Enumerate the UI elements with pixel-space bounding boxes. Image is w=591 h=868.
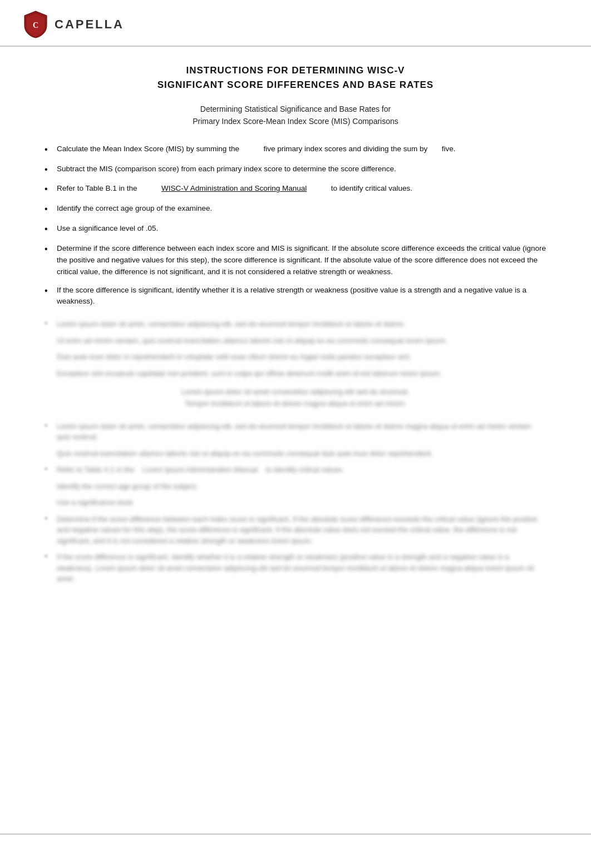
- blurred-list-item: • Refer to Table X.1 in the Lorem Ipsum …: [45, 464, 546, 475]
- blurred-bullet-icon: •: [45, 421, 57, 431]
- logo-text: CAPELLA: [55, 17, 124, 32]
- blurred-text: Duis aute irure dolor in reprehenderit i…: [57, 351, 411, 363]
- blurred-list-item: Excepteur sint occaecat cupidatat non pr…: [45, 368, 546, 379]
- logo-area: C CAPELLA: [22, 10, 124, 39]
- subtitle-line2: Primary Index Score-Mean Index Score (MI…: [45, 115, 546, 127]
- list-item-text: If the score difference is significant, …: [57, 285, 546, 308]
- blurred-text: Excepteur sint occaecat cupidatat non pr…: [57, 368, 442, 379]
- blurred-text: Use a significance level.: [57, 497, 134, 508]
- blurred-list-item: • Lorem ipsum dolor sit amet, consectetu…: [45, 319, 546, 330]
- blurred-section-1: • Lorem ipsum dolor sit amet, consectetu…: [45, 319, 546, 379]
- blurred-list-item: • Determine if the score difference betw…: [45, 514, 546, 547]
- blurred-text: Identify the correct age group of the su…: [57, 481, 198, 492]
- subtitle: Determining Statistical Significance and…: [45, 103, 546, 128]
- bullet-icon: •: [45, 163, 57, 177]
- list-item: • Use a significance level of .05.: [45, 223, 546, 236]
- bullet-icon: •: [45, 284, 57, 298]
- blurred-text: Determine if the score difference betwee…: [57, 514, 546, 547]
- bullet-icon: •: [45, 202, 57, 216]
- header: C CAPELLA: [0, 0, 591, 47]
- list-item: • Identify the correct age group of the …: [45, 203, 546, 216]
- blurred-section-2: • Lorem ipsum dolor sit amet, consectetu…: [45, 421, 546, 584]
- blurred-bullet-icon: •: [45, 464, 57, 474]
- list-item: • If the score difference is significant…: [45, 285, 546, 308]
- blurred-list-item: Ut enim ad minim veniam, quis nostrud ex…: [45, 335, 546, 346]
- bullet-icon: •: [45, 222, 57, 236]
- list-item-text: Determine if the score difference betwee…: [57, 243, 546, 278]
- main-title-line1: INSTRUCTIONS FOR DETERMINING WISC-V: [45, 63, 546, 78]
- blurred-list-item: • Lorem ipsum dolor sit amet, consectetu…: [45, 421, 546, 443]
- list-item-text: Calculate the Mean Index Score (MIS) by …: [57, 143, 546, 155]
- svg-text:C: C: [33, 21, 38, 29]
- list-item-text: Refer to Table B.1 in the WISC-V Adminis…: [57, 183, 546, 195]
- blurred-list-item: Quis nostrud exercitation ullamco labori…: [45, 448, 546, 459]
- list-item: • Determine if the score difference betw…: [45, 243, 546, 278]
- logo-shield-icon: C: [22, 10, 49, 39]
- blurred-subtitle: Lorem ipsum dolor sit amet consectetur a…: [78, 386, 513, 410]
- blurred-text: Refer to Table X.1 in the Lorem Ipsum Ad…: [57, 464, 344, 475]
- blurred-bullet-icon: •: [45, 319, 57, 329]
- main-title: INSTRUCTIONS FOR DETERMINING WISC-V SIGN…: [45, 63, 546, 92]
- list-item: • Subtract the MIS (comparison score) fr…: [45, 163, 546, 177]
- blurred-list-item: • If the score difference is significant…: [45, 552, 546, 584]
- blurred-text: Ut enim ad minim veniam, quis nostrud ex…: [57, 335, 447, 346]
- blurred-text: Lorem ipsum dolor sit amet, consectetur …: [57, 319, 406, 330]
- subtitle-line1: Determining Statistical Significance and…: [45, 103, 546, 115]
- blurred-bullet-icon: •: [45, 514, 57, 524]
- blurred-text: Quis nostrud exercitation ullamco labori…: [57, 448, 433, 459]
- blurred-list-item: Use a significance level.: [45, 497, 546, 508]
- blurred-text: If the score difference is significant, …: [57, 552, 546, 584]
- list-item-text: Use a significance level of .05.: [57, 223, 546, 235]
- list-item-text: Identify the correct age group of the ex…: [57, 203, 546, 215]
- blurred-bullet-icon: •: [45, 552, 57, 562]
- bullet-list: • Calculate the Mean Index Score (MIS) b…: [45, 143, 546, 308]
- list-item: • Refer to Table B.1 in the WISC-V Admin…: [45, 183, 546, 196]
- footer-bar: [0, 834, 591, 835]
- page: C CAPELLA INSTRUCTIONS FOR DETERMINING W…: [0, 0, 591, 868]
- content-area: INSTRUCTIONS FOR DETERMINING WISC-V SIGN…: [0, 47, 591, 612]
- list-item: • Calculate the Mean Index Score (MIS) b…: [45, 143, 546, 157]
- bullet-icon: •: [45, 143, 57, 157]
- bullet-icon: •: [45, 182, 57, 196]
- blurred-text: Lorem ipsum dolor sit amet, consectetur …: [57, 421, 546, 443]
- blurred-list-item: Duis aute irure dolor in reprehenderit i…: [45, 351, 546, 363]
- main-title-line2: SIGNIFICANT SCORE DIFFERENCES AND BASE R…: [45, 78, 546, 92]
- bullet-icon: •: [45, 242, 57, 256]
- blurred-list-item: Identify the correct age group of the su…: [45, 481, 546, 492]
- list-item-text: Subtract the MIS (comparison score) from…: [57, 163, 546, 175]
